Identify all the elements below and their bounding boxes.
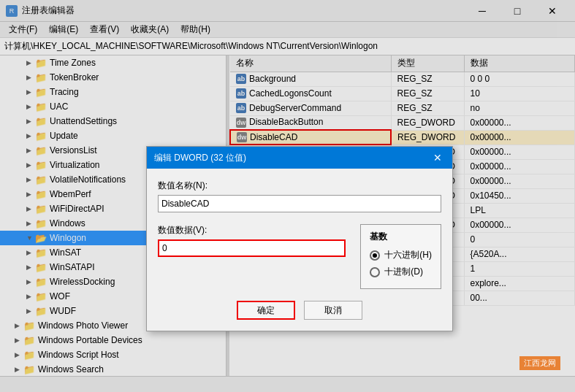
hex-label: 十六进制(H): [384, 249, 432, 261]
dialog-close-button[interactable]: ✕: [430, 150, 445, 165]
dec-radio-circle: [370, 267, 380, 277]
dialog-title-bar: 编辑 DWORD (32 位值) ✕: [147, 147, 452, 169]
cancel-button[interactable]: 取消: [304, 301, 362, 320]
hex-radio-circle: [370, 250, 380, 261]
base-title: 基数: [370, 231, 432, 243]
dialog-body: 数值名称(N): 数值数据(V): 基数 十六进制(H): [147, 169, 452, 331]
hex-radio[interactable]: 十六进制(H): [370, 249, 432, 261]
dec-radio[interactable]: 十进制(D): [370, 266, 432, 278]
value-input[interactable]: [158, 239, 346, 257]
watermark: 江西龙网: [519, 356, 560, 370]
base-group: 基数 十六进制(H) 十进制(D): [360, 224, 441, 289]
data-label: 数值数据(V):: [158, 224, 346, 237]
dec-label: 十进制(D): [384, 266, 423, 278]
edit-dword-dialog: 编辑 DWORD (32 位值) ✕ 数值名称(N): 数值数据(V): 基数: [146, 146, 453, 331]
ok-button[interactable]: 确定: [237, 301, 295, 320]
name-label: 数值名称(N):: [158, 180, 441, 192]
modal-overlay: 编辑 DWORD (32 位值) ✕ 数值名称(N): 数值数据(V): 基数: [0, 0, 575, 392]
name-input[interactable]: [158, 195, 441, 212]
dialog-title: 编辑 DWORD (32 位值): [154, 152, 246, 164]
dialog-row: 数值数据(V): 基数 十六进制(H) 十进制(D): [158, 224, 441, 289]
dialog-left: 数值数据(V):: [158, 224, 346, 289]
dialog-footer: 确定 取消: [158, 301, 441, 320]
